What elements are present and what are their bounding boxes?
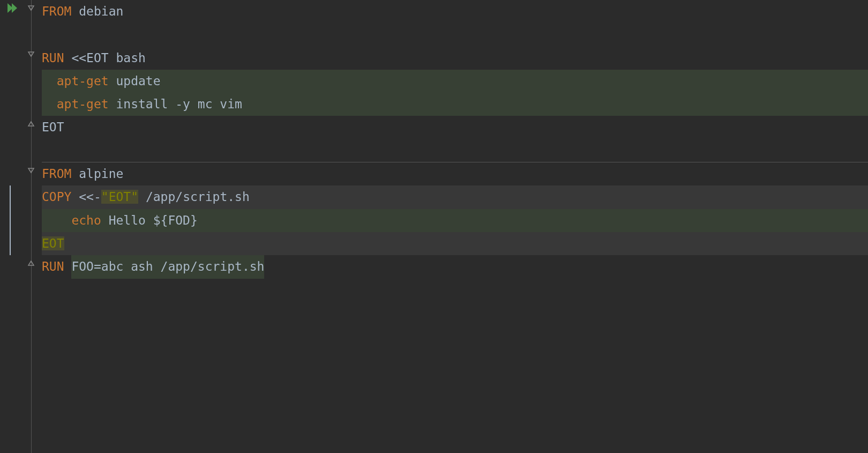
code-area[interactable]: FROM debian RUN <<EOT bash apt-get updat… — [42, 0, 868, 453]
code-editor[interactable]: FROM debian RUN <<EOT bash apt-get updat… — [0, 0, 868, 453]
keyword-copy: COPY — [42, 190, 79, 204]
image-name: alpine — [79, 167, 123, 181]
gutter — [0, 0, 26, 453]
code-line[interactable] — [42, 23, 868, 46]
fold-column — [26, 0, 42, 453]
fold-marker-icon[interactable] — [27, 4, 35, 12]
shell-cmd: echo — [71, 213, 108, 227]
shell-name: bash — [116, 51, 145, 65]
caret-indicator — [10, 185, 11, 255]
shell-args: update — [116, 74, 160, 88]
code-line[interactable]: COPY <<-"EOT" /app/script.sh — [42, 185, 868, 209]
shell-cmd: apt-get — [57, 74, 116, 88]
code-line[interactable]: apt-get install -y mc vim — [42, 93, 868, 116]
shell-args: install -y mc vim — [116, 97, 242, 111]
heredoc-close: EOT — [42, 120, 64, 134]
heredoc-open: <<EOT — [71, 51, 116, 65]
keyword-run: RUN — [42, 259, 71, 273]
shell-cmd: apt-get — [57, 97, 116, 111]
code-line[interactable] — [42, 139, 868, 162]
copy-dest: /app/script.sh — [146, 190, 250, 204]
heredoc-close: EOT — [42, 236, 64, 250]
shell-args: FOO=abc ash /app/script.sh — [71, 255, 264, 278]
code-line[interactable]: EOT — [42, 232, 868, 255]
code-line[interactable]: FROM alpine — [42, 162, 868, 185]
code-line[interactable]: RUN FOO=abc ash /app/script.sh — [42, 255, 868, 278]
keyword-from: FROM — [42, 167, 79, 181]
fold-marker-icon[interactable] — [27, 259, 35, 267]
fold-marker-icon[interactable] — [27, 120, 35, 128]
code-line[interactable]: apt-get update — [42, 70, 868, 93]
code-line[interactable]: RUN <<EOT bash — [42, 47, 868, 70]
keyword-from: FROM — [42, 4, 79, 18]
code-line[interactable]: EOT — [42, 116, 868, 139]
keyword-run: RUN — [42, 51, 71, 65]
code-line[interactable]: FROM debian — [42, 0, 868, 23]
fold-marker-icon[interactable] — [27, 167, 35, 174]
run-icon[interactable] — [8, 3, 19, 13]
shell-args: Hello ${FOD} — [109, 213, 198, 227]
fold-marker-icon[interactable] — [27, 50, 35, 58]
image-name: debian — [79, 4, 123, 18]
heredoc-delim: "EOT" — [101, 190, 138, 204]
code-line[interactable]: echo Hello ${FOD} — [42, 209, 868, 232]
